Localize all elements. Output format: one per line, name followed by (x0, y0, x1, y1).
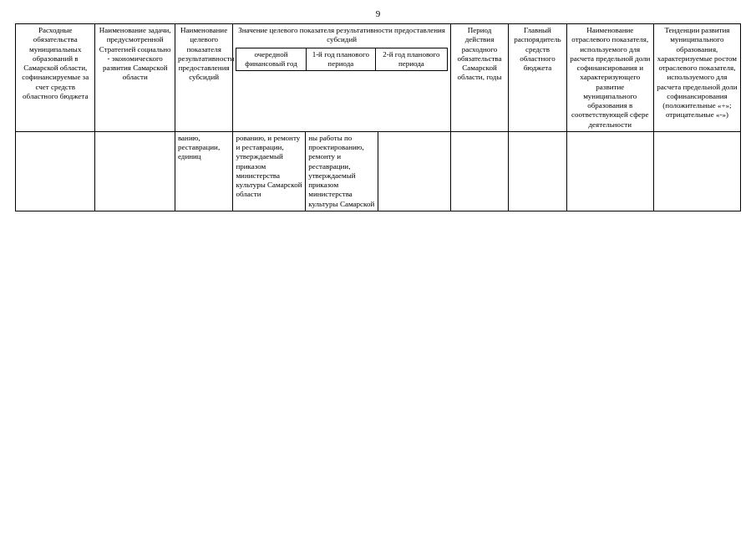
subheader-row: очередной финансовый год 1-й год планово… (236, 48, 447, 71)
content-col5 (450, 131, 508, 211)
table-content-row: ванию, реставрации, единиц рованию, и ре… (16, 131, 741, 211)
header-col1: Расходные обязательства муниципальных об… (16, 24, 95, 132)
header-col2: Наименование задачи, предусмотренной Стр… (95, 24, 175, 132)
subheader-col4c: 2-й год планового периода (375, 48, 447, 71)
page: 9 Расходные обязательства муниципальных … (0, 0, 756, 220)
header-col3: Наименование целевого показателя результ… (175, 24, 232, 132)
content-col1 (16, 131, 95, 211)
main-table: Расходные обязательства муниципальных об… (15, 23, 741, 211)
header-col6: Главный распорядитель средств областного… (509, 24, 566, 132)
header-col7: Наименование отраслевого показателя, исп… (566, 24, 653, 132)
header-col5: Период действия расходного обязательства… (450, 24, 508, 132)
content-col3: ванию, реставрации, единиц (175, 131, 232, 211)
subheader-table: очередной финансовый год 1-й год планово… (236, 48, 447, 72)
header-col4-span: Значение целевого показателя результатив… (233, 24, 450, 132)
content-col7 (566, 131, 653, 211)
content-col4a: рованию, и ремонту и реставрации, утверж… (233, 131, 306, 211)
table-header-row: Расходные обязательства муниципальных об… (16, 24, 741, 132)
content-col4c (378, 131, 451, 211)
subheader-col4b: 1-й год планового периода (306, 48, 375, 71)
content-col2 (95, 131, 175, 211)
subheader-col4a: очередной финансовый год (236, 48, 306, 71)
header-col8: Тенденции развития муниципального образо… (653, 24, 740, 132)
page-number: 9 (15, 8, 741, 18)
header-col4-title: Значение целевого показателя результатив… (236, 26, 447, 45)
content-col6 (509, 131, 566, 211)
content-col8 (653, 131, 740, 211)
content-col4b: ны работы по проектированию, ремонту и р… (306, 131, 378, 211)
